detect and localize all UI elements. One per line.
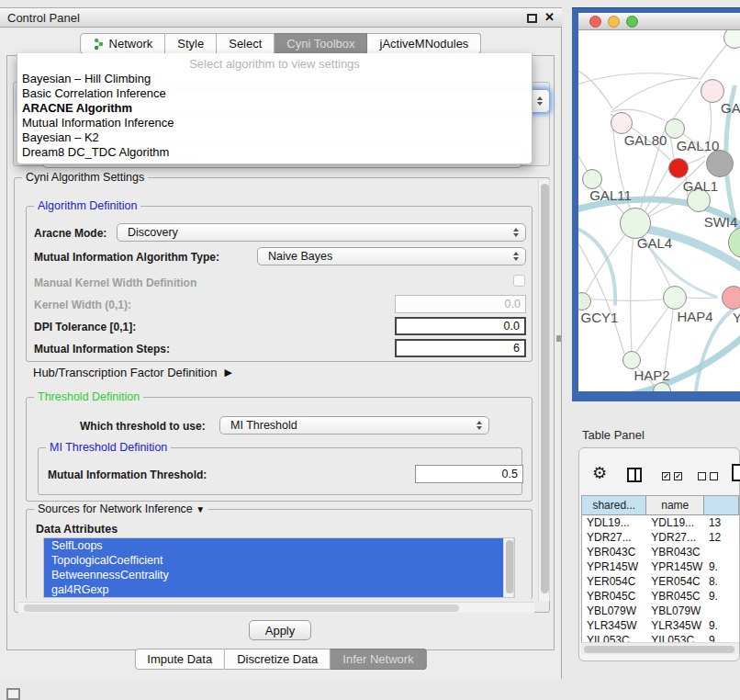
- which-threshold-select[interactable]: MI Threshold: [219, 416, 489, 435]
- tab-impute-data[interactable]: Impute Data: [134, 649, 225, 670]
- list-scrollbar-thumb[interactable]: [506, 540, 513, 593]
- dropdown-option[interactable]: Mutual Information Inference: [17, 116, 532, 130]
- tab-cyni-toolbox[interactable]: Cyni Toolbox: [275, 33, 367, 54]
- table-row[interactable]: YDL19...YDL19...13: [582, 515, 739, 530]
- table-row[interactable]: YIL053CYIL053C9: [582, 633, 739, 642]
- manual-kernel-checkbox[interactable]: [513, 275, 525, 287]
- network-view-window: GAL GAL80 GAL10 GAL1 GAL11 SWI4 GAL4 GCY…: [572, 7, 740, 401]
- collapse-down-icon: ▼: [196, 504, 205, 514]
- column-header-partial[interactable]: [704, 496, 739, 515]
- dpi-tolerance-label: DPI Tolerance [0,1]:: [34, 321, 136, 333]
- dropdown-option-selected[interactable]: ARACNE Algorithm: [17, 101, 532, 116]
- cyni-bottom-tabbar: Impute Data Discretize Data Infer Networ…: [134, 649, 426, 670]
- settings-group-title: Cyni Algorithm Settings: [22, 171, 148, 184]
- table-header-row: shared... name: [582, 496, 739, 515]
- tab-select[interactable]: Select: [217, 33, 275, 54]
- cyni-algorithm-settings-group: Cyni Algorithm Settings Algorithm Defini…: [14, 177, 550, 613]
- table-row[interactable]: YBR045CYBR045C9.: [582, 589, 739, 604]
- mac-minimize-icon[interactable]: [608, 16, 620, 28]
- table-horizontal-scrollbar: [581, 642, 739, 654]
- node-label: GCY1: [581, 310, 619, 325]
- close-icon[interactable]: ✕: [544, 10, 555, 24]
- table-row[interactable]: YLR345WYLR345W9.: [582, 618, 739, 633]
- aracne-mode-select[interactable]: Discovery: [117, 223, 526, 242]
- column-header-shared-name[interactable]: shared...: [582, 496, 646, 515]
- checkbox-unchecked-icon[interactable]: [698, 472, 706, 480]
- manual-kernel-label: Manual Kernel Width Definition: [34, 277, 196, 289]
- node-label: GAL4: [637, 235, 672, 251]
- node-label: GAL10: [677, 138, 720, 153]
- column-header-name[interactable]: name: [646, 496, 704, 515]
- algorithm-dropdown-popup: Select algorithm to view settings Bayesi…: [17, 53, 533, 164]
- panel-splitter-handle[interactable]: [556, 335, 561, 342]
- list-item[interactable]: BetweennessCentrality: [44, 568, 514, 582]
- tab-network[interactable]: Network: [80, 33, 166, 54]
- page-icon[interactable]: [732, 464, 740, 481]
- list-scrollbar: [503, 538, 514, 597]
- settings-vscroll-thumb[interactable]: [541, 184, 549, 593]
- dropdown-option[interactable]: Bayesian – K2: [17, 130, 532, 145]
- combo-arrows-icon: [513, 228, 519, 237]
- network-node[interactable]: [722, 286, 740, 310]
- sources-collapser[interactable]: Sources for Network Inference ▼: [34, 502, 208, 515]
- mi-type-select[interactable]: Naive Bayes: [257, 247, 526, 265]
- network-node-selected[interactable]: [668, 158, 689, 178]
- columns-icon[interactable]: [627, 468, 642, 482]
- tab-jactivemnodules[interactable]: jActiveMNodules: [368, 33, 482, 54]
- tab-style[interactable]: Style: [165, 33, 217, 54]
- sources-group: Sources for Network Inference ▼ Data Att…: [26, 509, 533, 599]
- table-row[interactable]: YDR27...YDR27...12: [582, 530, 739, 545]
- expand-right-icon: ▶: [224, 367, 231, 378]
- checkbox-checked-icon[interactable]: ✓: [674, 472, 682, 480]
- table-row[interactable]: YBL079WYBL079W: [582, 604, 739, 618]
- settings-vertical-scrollbar: [538, 180, 550, 601]
- threshold-definition-group: Threshold Definition Which threshold to …: [26, 397, 533, 502]
- node-label: GAL11: [589, 187, 632, 203]
- dropdown-option[interactable]: Bayesian – Hill Climbing: [17, 72, 532, 86]
- table-row[interactable]: YBR043CYBR043C: [582, 545, 739, 559]
- dropdown-option[interactable]: Dream8 DC_TDC Algorithm: [17, 145, 532, 160]
- tab-infer-network[interactable]: Infer Network: [331, 649, 426, 670]
- settings-hscroll-thumb[interactable]: [24, 604, 459, 612]
- network-node[interactable]: [611, 112, 633, 134]
- dpi-tolerance-field[interactable]: 0.0: [395, 317, 526, 335]
- hub-definition-expander[interactable]: Hub/Transcription Factor Definition ▶: [33, 366, 232, 379]
- mac-zoom-icon[interactable]: [626, 16, 638, 28]
- table-row[interactable]: YPR145WYPR145W9.: [582, 559, 739, 574]
- apply-button[interactable]: Apply: [249, 620, 311, 640]
- float-window-button[interactable]: [527, 14, 537, 23]
- node-label: HAP2: [633, 367, 669, 383]
- mi-steps-field[interactable]: 6: [395, 339, 526, 357]
- table-hscroll-thumb[interactable]: [584, 646, 734, 653]
- network-node[interactable]: [706, 150, 734, 177]
- mi-type-label: Mutual Information Algorithm Type:: [34, 251, 219, 264]
- tab-discretize-data[interactable]: Discretize Data: [225, 649, 331, 670]
- table-row[interactable]: YER054CYER054C8.: [582, 574, 739, 589]
- kernel-width-field[interactable]: 0.0: [395, 295, 526, 313]
- dock-panel-button[interactable]: [6, 688, 20, 700]
- list-item[interactable]: SelfLoops: [44, 538, 514, 553]
- list-item[interactable]: gal4RGexp: [44, 582, 514, 597]
- mac-close-icon[interactable]: [589, 16, 601, 28]
- table-panel-title: Table Panel: [582, 428, 645, 442]
- network-node[interactable]: [663, 286, 687, 310]
- aracne-mode-label: Aracne Mode:: [34, 227, 107, 240]
- network-node[interactable]: [665, 119, 685, 139]
- mi-threshold-field[interactable]: 0.5: [415, 465, 523, 483]
- dropdown-placeholder: Select algorithm to view settings: [17, 56, 532, 72]
- data-attributes-label: Data Attributes: [36, 523, 118, 536]
- network-window-titlebar[interactable]: [578, 13, 740, 30]
- dropdown-option[interactable]: Basic Correlation Inference: [17, 86, 532, 101]
- mi-threshold-label: Mutual Information Threshold:: [48, 469, 207, 481]
- node-label: GAL1: [683, 178, 718, 194]
- checkbox-checked-icon[interactable]: ✓: [662, 472, 670, 480]
- node-label: HAP4: [677, 309, 712, 324]
- combo-arrows-icon: [537, 96, 543, 106]
- network-canvas[interactable]: GAL GAL80 GAL10 GAL1 GAL11 SWI4 GAL4 GCY…: [578, 30, 740, 391]
- mi-steps-label: Mutual Information Steps:: [34, 343, 170, 356]
- gear-icon[interactable]: ⚙: [592, 463, 607, 483]
- settings-horizontal-scrollbar: [18, 602, 534, 613]
- checkbox-unchecked-icon[interactable]: [710, 472, 718, 480]
- list-item[interactable]: TopologicalCoefficient: [44, 553, 514, 568]
- combo-arrows-icon: [513, 252, 519, 261]
